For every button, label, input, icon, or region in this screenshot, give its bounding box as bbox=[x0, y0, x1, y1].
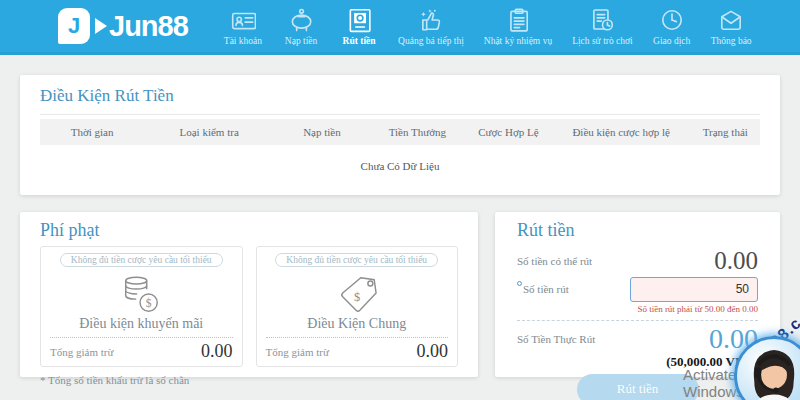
svg-text:$: $ bbox=[146, 297, 152, 309]
col-bet-condition: Điều kiện cược hợp lệ bbox=[552, 126, 691, 138]
game-history-icon bbox=[589, 6, 615, 33]
nav-label: Tài khoản bbox=[224, 36, 262, 46]
withdraw-title: Rút tiền bbox=[517, 220, 758, 241]
nav-label: Lịch sử trò chơi bbox=[572, 36, 633, 46]
available-amount-row: Số tiền có thể rút 0.00 bbox=[517, 247, 758, 275]
nav-label: Thông báo bbox=[711, 36, 752, 46]
nav-item-withdraw[interactable]: Rút tiền bbox=[330, 6, 388, 46]
nav-label: Nhật ký nhiệm vụ bbox=[484, 36, 552, 46]
atm-withdraw-icon bbox=[346, 6, 372, 33]
mail-icon bbox=[718, 6, 744, 33]
conditions-title: Điều Kiện Rút Tiền bbox=[40, 86, 760, 115]
nav-item-notifications[interactable]: Thông báo bbox=[701, 6, 762, 46]
col-valid-bet: Cược Hợp Lệ bbox=[465, 126, 552, 138]
required-marker-icon bbox=[517, 281, 522, 286]
min-bet-pill: Không đủ tiền cược yêu cầu tối thiểu bbox=[60, 253, 223, 267]
support-agent-icon bbox=[737, 339, 800, 400]
nav-label: Nạp tiền bbox=[285, 36, 317, 46]
promo-condition-box: Không đủ tiền cược yêu cầu tối thiểu $ Đ… bbox=[40, 246, 243, 367]
nav-item-game-history[interactable]: Lịch sử trò chơi bbox=[562, 6, 643, 46]
withdraw-submit-button[interactable]: Rút tiền bbox=[577, 374, 699, 400]
available-amount-value: 0.00 bbox=[714, 247, 758, 275]
actual-amount-label: Số Tiền Thực Rút bbox=[517, 333, 595, 345]
nav-item-transactions[interactable]: Giao dịch bbox=[643, 6, 701, 46]
col-deposit: Nạp tiền bbox=[274, 126, 369, 138]
general-condition-caption: Điều Kiện Chung bbox=[266, 316, 449, 332]
penalty-footnote: * Tổng số tiền khấu trừ là số chẵn bbox=[40, 374, 458, 386]
clipboard-icon bbox=[505, 6, 531, 33]
nav-item-account[interactable]: Tài khoản bbox=[214, 6, 272, 46]
logo-bubble-icon: J bbox=[58, 8, 90, 44]
actual-amount-row: Số Tiền Thực Rút 0.00 (50,000.00 VND) bbox=[517, 325, 758, 370]
play-triangle-icon bbox=[95, 18, 107, 34]
total-deduction-value: 0.00 bbox=[201, 341, 233, 362]
divider bbox=[517, 320, 758, 321]
withdraw-card: Rút tiền Số tiền có thể rút 0.00 Số tiền… bbox=[495, 212, 780, 377]
nav-item-deposit[interactable]: Nạp tiền bbox=[272, 6, 330, 46]
total-deduction-value: 0.00 bbox=[417, 341, 449, 362]
jun88-logo[interactable]: J Jun88 bbox=[58, 8, 188, 44]
col-time: Thời gian bbox=[40, 126, 144, 138]
empty-state-text: Chưa Có Dữ Liệu bbox=[40, 160, 760, 172]
top-header: J Jun88 Tài khoản Nạp tiền Rút tiền bbox=[0, 0, 800, 55]
piggy-bank-icon bbox=[288, 6, 314, 33]
nav-item-promotion[interactable]: Quảng bá tiếp thị bbox=[388, 6, 474, 46]
main-content: Điều Kiện Rút Tiền Thời gian Loại kiểm t… bbox=[0, 55, 800, 377]
logo-text: Jun88 bbox=[109, 10, 188, 43]
clock-icon bbox=[659, 6, 685, 33]
coins-stack-icon: $ bbox=[50, 273, 233, 315]
general-condition-box: Không đủ tiền cược yêu cầu tối thiểu $ Đ… bbox=[256, 246, 459, 367]
withdrawal-conditions-card: Điều Kiện Rút Tiền Thời gian Loại kiểm t… bbox=[20, 75, 780, 195]
main-nav: Tài khoản Nạp tiền Rút tiền Quảng bá tiế… bbox=[214, 6, 762, 46]
col-bonus: Tiền Thưởng bbox=[370, 126, 465, 138]
conditions-table-header: Thời gian Loại kiểm tra Nạp tiền Tiền Th… bbox=[40, 119, 760, 145]
nav-label: Rút tiền bbox=[343, 36, 376, 46]
penalty-fee-card: Phí phạt Không đủ tiền cược yêu cầu tối … bbox=[20, 212, 478, 377]
total-deduction-label: Tổng giảm trừ bbox=[266, 346, 329, 358]
available-amount-label: Số tiền có thể rút bbox=[517, 255, 592, 267]
amount-range-hint: Số tiền rút phải từ 50.00 đến 0.00 bbox=[517, 304, 758, 314]
price-tag-icon: $ bbox=[266, 273, 449, 315]
col-check-type: Loại kiểm tra bbox=[144, 126, 274, 138]
nav-item-task-log[interactable]: Nhật ký nhiệm vụ bbox=[474, 6, 562, 46]
nav-label: Quảng bá tiếp thị bbox=[398, 36, 464, 46]
id-card-icon bbox=[230, 6, 256, 33]
promo-condition-caption: Điều kiện khuyến mãi bbox=[50, 316, 233, 332]
promo-thumbs-up-icon bbox=[418, 6, 444, 33]
withdraw-amount-input[interactable] bbox=[630, 277, 758, 302]
nav-label: Giao dịch bbox=[653, 36, 690, 46]
total-deduction-label: Tổng giảm trừ bbox=[50, 346, 113, 358]
min-bet-pill: Không đủ tiền cược yêu cầu tối thiểu bbox=[275, 253, 438, 267]
col-status: Trạng thái bbox=[691, 126, 760, 138]
svg-text:$: $ bbox=[354, 290, 360, 304]
penalty-title: Phí phạt bbox=[40, 220, 458, 241]
withdraw-amount-row: Số tiền rút bbox=[517, 277, 758, 302]
withdraw-amount-label: Số tiền rút bbox=[517, 283, 569, 295]
